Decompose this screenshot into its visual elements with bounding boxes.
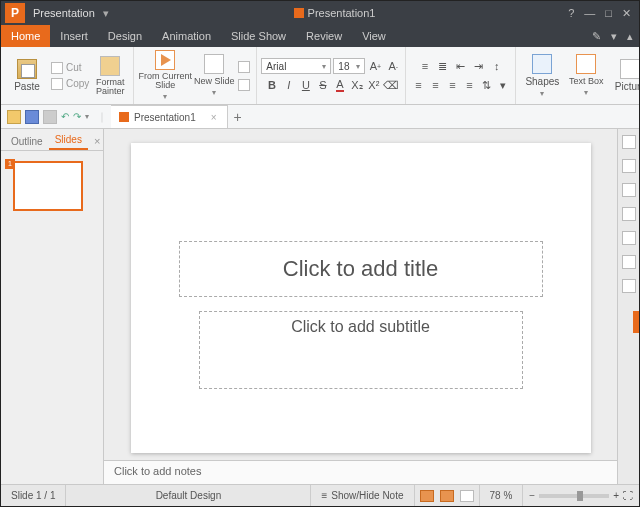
reading-view-button[interactable] [460,490,474,502]
zoom-in-button[interactable]: + [613,490,619,501]
document-title: Presentation1 [109,7,560,19]
slides-tab[interactable]: Slides [49,131,88,150]
collapse-ribbon-icon[interactable]: ▴ [627,30,633,43]
reset-icon [238,79,250,91]
subtitle-placeholder[interactable]: Click to add subtitle [199,311,523,389]
font-size-select[interactable]: 18▾ [333,58,365,74]
menubar: Home Insert Design Animation Slide Show … [1,25,639,47]
properties-icon[interactable] [622,135,636,149]
tab-review[interactable]: Review [296,25,352,47]
copy-icon [51,78,63,90]
zoom-label[interactable]: 78 % [480,485,524,506]
redo-icon[interactable]: ↷ [73,111,81,122]
layout-button[interactable] [238,60,250,74]
grow-font-button[interactable]: A+ [367,58,383,74]
align-text-button[interactable]: ▾ [495,77,511,93]
object-icon[interactable] [622,183,636,197]
tab-animation[interactable]: Animation [152,25,221,47]
increase-indent-button[interactable]: ⇥ [471,58,487,74]
qat-more-icon[interactable]: ▾ [85,112,89,121]
title-placeholder[interactable]: Click to add title [179,241,543,297]
sidebar-handle-icon[interactable] [633,311,639,333]
animation-pane-icon[interactable] [622,159,636,173]
numbering-button[interactable]: ≣ [435,58,451,74]
new-tab-button[interactable]: + [228,110,248,124]
dropdown-icon[interactable]: ▾ [611,30,617,43]
clear-format-button[interactable]: ⌫ [383,77,399,93]
layout-icon [238,61,250,73]
zoom-control: − + ⛶ [523,490,639,501]
print-icon[interactable] [43,110,57,124]
style-icon[interactable]: ✎ [592,30,601,43]
tab-insert[interactable]: Insert [50,25,98,47]
bold-button[interactable]: B [264,77,280,93]
align-left-button[interactable]: ≡ [410,77,426,93]
align-center-button[interactable]: ≡ [427,77,443,93]
tab-view[interactable]: View [352,25,396,47]
slide-thumbnail-1[interactable]: 1 [13,161,91,211]
selection-icon[interactable] [622,231,636,245]
superscript-button[interactable]: X² [366,77,382,93]
format-painter-button[interactable]: Format Painter [91,47,129,104]
design-name: Default Design [66,485,311,506]
italic-button[interactable]: I [281,77,297,93]
decrease-indent-button[interactable]: ⇤ [453,58,469,74]
textbox-icon [576,54,596,74]
presentation-file-icon [119,112,129,122]
open-icon[interactable] [7,110,21,124]
copy-button[interactable]: Copy [51,77,89,91]
justify-button[interactable]: ≡ [461,77,477,93]
backup-icon[interactable] [622,207,636,221]
normal-view-button[interactable] [420,490,434,502]
notes-pane[interactable]: Click to add notes [104,460,617,484]
bullets-button[interactable]: ≡ [417,58,433,74]
cut-button[interactable]: Cut [51,61,89,75]
new-slide-button[interactable]: New Slide ▾ [192,47,236,104]
insert-group: Shapes▾ Text Box▾ Picture Arrange▾ Fill … [516,47,640,104]
shrink-font-button[interactable]: A- [385,58,401,74]
titlebar: P Presentation ▾ Presentation1 ? — □ ✕ [1,1,639,25]
help-icon[interactable]: ? [568,7,574,20]
font-color-button[interactable]: A [332,77,348,93]
svg-marker-0 [161,54,171,66]
save-icon[interactable] [25,110,39,124]
strike-button[interactable]: S [315,77,331,93]
maximize-button[interactable]: □ [605,7,612,20]
minimize-button[interactable]: — [584,7,595,20]
undo-icon[interactable]: ↶ [61,111,69,122]
show-hide-note-button[interactable]: ≡ Show/Hide Note [311,485,414,506]
font-name-select[interactable]: Arial▾ [261,58,331,74]
zoom-slider[interactable] [539,494,609,498]
document-title-text: Presentation1 [308,7,376,19]
shapes-button[interactable]: Shapes▾ [520,47,564,104]
paste-button[interactable]: Paste [5,47,49,104]
line-spacing-button[interactable]: ↕ [489,58,505,74]
app-name: Presentation [27,7,101,19]
picture-button[interactable]: Picture [608,47,640,104]
slide[interactable]: Click to add title Click to add subtitle [131,143,591,453]
highlight-button[interactable]: X₂ [349,77,365,93]
from-current-slide-button[interactable]: From Current Slide ▾ [138,47,192,104]
task-icon[interactable] [622,255,636,269]
reset-button[interactable] [238,78,250,92]
textbox-button[interactable]: Text Box▾ [564,47,608,104]
slide-canvas-area[interactable]: Click to add title Click to add subtitle [104,129,617,460]
paste-icon [17,59,37,79]
sorter-view-button[interactable] [440,490,454,502]
outline-tab[interactable]: Outline [5,133,49,150]
underline-button[interactable]: U [298,77,314,93]
fit-to-window-button[interactable]: ⛶ [623,490,633,501]
app-logo-icon: P [5,3,25,23]
tab-home[interactable]: Home [1,25,50,47]
note-toggle-icon: ≡ [321,490,327,501]
tab-design[interactable]: Design [98,25,152,47]
document-tab[interactable]: Presentation1 × [111,105,228,128]
zoom-out-button[interactable]: − [529,490,535,501]
more-tool-icon[interactable] [622,279,636,293]
align-right-button[interactable]: ≡ [444,77,460,93]
tab-slideshow[interactable]: Slide Show [221,25,296,47]
text-direction-button[interactable]: ⇅ [478,77,494,93]
close-button[interactable]: ✕ [622,7,631,20]
clipboard-group: Paste Cut Copy Format Painter [1,47,134,104]
close-tab-icon[interactable]: × [211,112,217,123]
